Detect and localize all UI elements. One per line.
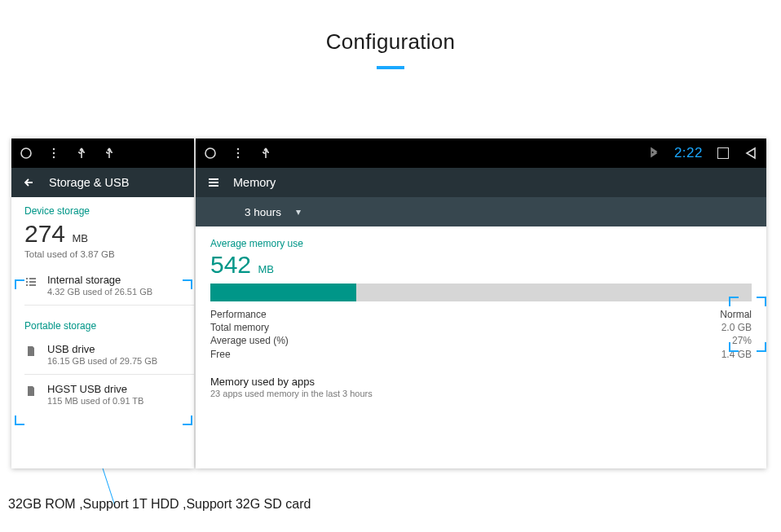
storage-used-value: 274 xyxy=(24,220,65,247)
sd-card-icon xyxy=(24,383,38,401)
stat-performance-label: Performance xyxy=(210,308,289,321)
memory-appbar-title: Memory xyxy=(233,176,276,189)
status-clock: 2:22 xyxy=(674,145,703,161)
usb-icon xyxy=(259,147,272,160)
memory-timerange-dropdown[interactable]: 3 hours ▾ xyxy=(196,197,766,226)
svg-point-2 xyxy=(53,152,55,154)
accent-bar xyxy=(377,66,404,69)
avg-memory-value-row: 542 MB xyxy=(210,251,752,279)
callout-rom: 32GB ROM ,Support 1T HDD ,Support 32G SD… xyxy=(8,497,311,512)
hgst-drive-title: HGST USB drive xyxy=(47,383,143,395)
device-storage-summary: 274 MB Total used of 3.87 GB xyxy=(11,220,194,259)
svg-point-5 xyxy=(237,148,239,150)
memory-usage-bar xyxy=(210,284,752,301)
avg-memory-unit: MB xyxy=(258,263,274,275)
stat-free-label: Free xyxy=(210,348,289,361)
usb-icon xyxy=(75,147,88,160)
memory-timerange-label: 3 hours xyxy=(245,206,281,218)
memory-by-apps-title: Memory used by apps xyxy=(210,376,752,388)
storage-used-unit: MB xyxy=(72,232,88,244)
recent-apps-icon[interactable] xyxy=(717,147,729,159)
memory-stats: Performance Total memory Average used (%… xyxy=(210,308,752,361)
storage-used-sub: Total used of 3.87 GB xyxy=(24,249,181,259)
usb-drive-row[interactable]: USB drive 16.15 GB used of 29.75 GB xyxy=(11,335,194,374)
svg-point-7 xyxy=(237,156,239,158)
list-icon xyxy=(24,274,38,292)
svg-point-6 xyxy=(237,152,239,154)
stat-total-value: 2.0 GB xyxy=(720,321,752,334)
back-triangle-icon[interactable] xyxy=(743,146,758,160)
internal-storage-row[interactable]: Internal storage 4.32 GB used of 26.51 G… xyxy=(11,266,194,305)
internal-storage-sub: 4.32 GB used of 26.51 GB xyxy=(47,287,152,297)
more-vert-icon xyxy=(232,147,245,160)
storage-appbar-title: Storage & USB xyxy=(49,176,129,189)
storage-panel: Storage & USB Device storage 274 MB Tota… xyxy=(11,138,194,468)
caret-down-icon: ▾ xyxy=(296,206,301,218)
memory-appbar: Memory xyxy=(196,168,766,197)
device-storage-label: Device storage xyxy=(11,197,194,220)
memory-by-apps-sub: 23 apps used memory in the last 3 hours xyxy=(210,389,752,398)
portable-storage-label: Portable storage xyxy=(11,306,194,335)
memory-usage-bar-fill xyxy=(210,284,356,301)
status-bar-left xyxy=(11,138,194,168)
usb-drive-title: USB drive xyxy=(47,343,157,355)
svg-point-3 xyxy=(53,156,55,158)
svg-point-4 xyxy=(205,148,215,158)
hgst-drive-sub: 115 MB used of 0.91 TB xyxy=(47,396,143,406)
stat-avgpct-label: Average used (%) xyxy=(210,334,289,347)
panels: Storage & USB Device storage 274 MB Tota… xyxy=(11,138,770,468)
stat-free-value: 1.4 GB xyxy=(720,348,752,361)
avg-memory-value: 542 xyxy=(210,251,251,278)
page-header: Configuration xyxy=(0,0,781,69)
usb-drive-sub: 16.15 GB used of 29.75 GB xyxy=(47,356,157,366)
internal-storage-title: Internal storage xyxy=(47,274,152,286)
usb-icon xyxy=(103,147,116,160)
hamburger-icon[interactable] xyxy=(207,176,220,189)
circle-icon xyxy=(204,147,217,160)
stat-total-label: Total memory xyxy=(210,321,289,334)
circle-icon xyxy=(20,147,33,160)
hgst-drive-row[interactable]: HGST USB drive 115 MB used of 0.91 TB xyxy=(11,375,194,414)
avg-memory-label: Average memory use xyxy=(210,226,752,251)
stat-avgpct-value: 27% xyxy=(720,334,752,347)
stat-performance-value: Normal xyxy=(720,308,752,321)
sd-card-icon xyxy=(24,343,38,361)
back-arrow-icon[interactable] xyxy=(23,176,36,189)
memory-by-apps-row[interactable]: Memory used by apps 23 apps used memory … xyxy=(210,361,752,398)
page-title: Configuration xyxy=(0,29,781,55)
status-bar-right: 2:22 xyxy=(196,138,766,168)
svg-point-0 xyxy=(21,148,31,158)
svg-point-1 xyxy=(53,148,55,150)
memory-panel: 2:22 Memory 3 hours ▾ Average memory use… xyxy=(196,138,766,468)
storage-appbar: Storage & USB xyxy=(11,168,194,197)
bluetooth-icon xyxy=(646,147,660,160)
more-vert-icon xyxy=(47,147,60,160)
